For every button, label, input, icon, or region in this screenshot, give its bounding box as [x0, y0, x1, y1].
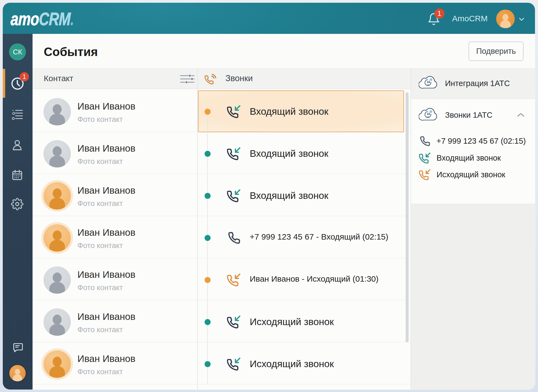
svg-text:ms: ms — [427, 84, 430, 86]
svg-text:14: 14 — [427, 81, 430, 84]
svg-text:ms: ms — [427, 116, 430, 118]
svg-text:14: 14 — [427, 113, 430, 116]
